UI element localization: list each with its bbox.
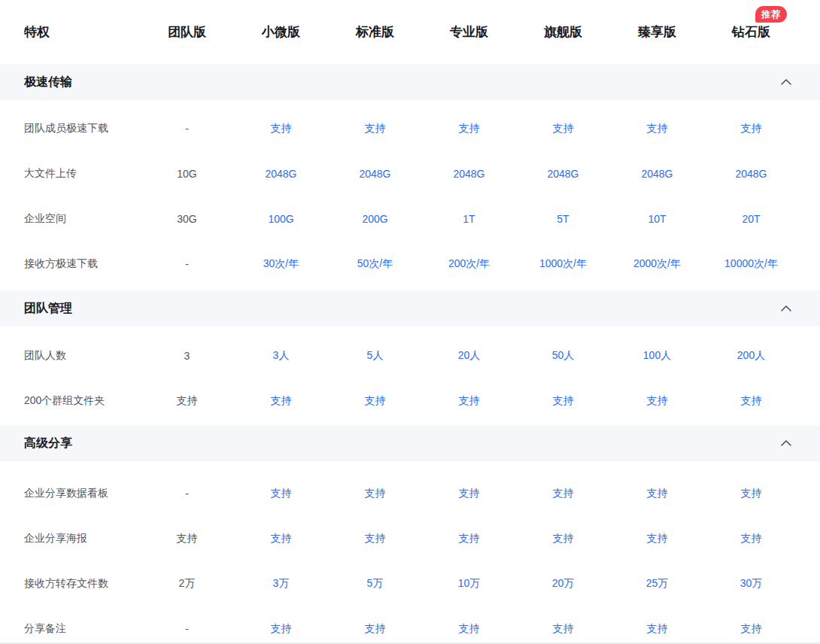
feature-row: 团队成员极速下载-支持支持支持支持支持支持 xyxy=(0,106,820,151)
feature-label: 大文件上传 xyxy=(0,167,140,181)
feature-value: 3 xyxy=(140,350,234,362)
plan-column-header: 旗舰版 xyxy=(516,23,610,41)
feature-label: 团队成员极速下载 xyxy=(0,122,140,135)
section-header: 团队管理 xyxy=(0,290,820,327)
feature-value: 50人 xyxy=(516,349,610,363)
feature-label: 接收方转存文件数 xyxy=(0,577,140,591)
feature-column-header: 特权 xyxy=(0,23,140,41)
plan-column-header: 标准版 xyxy=(328,23,422,41)
section-title: 极速传输 xyxy=(24,74,72,90)
feature-row: 接收方转存文件数2万3万5万10万20万25万30万 xyxy=(0,561,820,606)
feature-value: 10万 xyxy=(422,577,516,591)
feature-value: 支持 xyxy=(704,394,798,408)
plan-column-header: 团队版 xyxy=(140,23,234,41)
section-title: 团队管理 xyxy=(24,301,72,317)
plan-column-label: 臻享版 xyxy=(638,25,676,39)
feature-value: 50次/年 xyxy=(328,257,422,271)
section-rows: 团队人数33人5人20人50人100人200人200个群组文件夹支持支持支持支持… xyxy=(0,327,820,425)
section-header: 高级分享 xyxy=(0,425,820,461)
feature-section: 高级分享企业分享数据看板-支持支持支持支持支持支持企业分享海报支持支持支持支持支… xyxy=(0,425,820,644)
feature-value: 支持 xyxy=(704,532,798,545)
plan-column-header: 小微版 xyxy=(234,23,328,41)
feature-value: 30万 xyxy=(704,577,798,591)
plan-column-header: 专业版 xyxy=(422,23,516,41)
feature-value: 20T xyxy=(704,213,798,225)
plan-column-label: 钻石版 xyxy=(732,25,770,39)
feature-value: 10000次/年 xyxy=(704,257,798,271)
feature-section: 极速传输团队成员极速下载-支持支持支持支持支持支持大文件上传10G2048G20… xyxy=(0,64,820,290)
feature-value: 25万 xyxy=(610,577,704,591)
feature-value: 100G xyxy=(234,213,328,225)
feature-value: 支持 xyxy=(516,487,610,500)
feature-row: 接收方极速下载-30次/年50次/年200次/年1000次/年2000次/年10… xyxy=(0,242,820,287)
feature-row: 团队人数33人5人20人50人100人200人 xyxy=(0,333,820,378)
feature-value: 2000次/年 xyxy=(610,257,704,271)
feature-value: 支持 xyxy=(704,622,798,636)
feature-value: 5T xyxy=(516,213,610,225)
feature-value: 支持 xyxy=(328,487,422,500)
table-sections: 极速传输团队成员极速下载-支持支持支持支持支持支持大文件上传10G2048G20… xyxy=(0,64,820,644)
feature-row: 200个群组文件夹支持支持支持支持支持支持支持 xyxy=(0,378,820,424)
plan-column-label: 小微版 xyxy=(262,25,300,39)
section-rows: 企业分享数据看板-支持支持支持支持支持支持企业分享海报支持支持支持支持支持支持支… xyxy=(0,461,820,644)
feature-value: 支持 xyxy=(140,394,234,408)
feature-value: 支持 xyxy=(516,122,610,135)
chevron-up-icon[interactable] xyxy=(781,79,791,85)
feature-value: 支持 xyxy=(234,122,328,135)
feature-value: 支持 xyxy=(422,394,516,408)
feature-value: 支持 xyxy=(516,394,610,408)
feature-value: 200次/年 xyxy=(422,257,516,271)
feature-value: - xyxy=(140,258,234,270)
feature-value: 支持 xyxy=(610,487,704,500)
feature-value: 2048G xyxy=(422,168,516,180)
feature-value: 3人 xyxy=(234,349,328,363)
chevron-up-icon[interactable] xyxy=(781,440,791,446)
feature-value: 2048G xyxy=(328,168,422,180)
feature-value: 支持 xyxy=(422,487,516,500)
feature-value: 2048G xyxy=(610,168,704,180)
plan-comparison-table: 特权 团队版小微版标准版专业版旗舰版臻享版钻石版推荐 极速传输团队成员极速下载-… xyxy=(0,0,820,644)
feature-value: 支持 xyxy=(234,532,328,545)
plan-column-label: 团队版 xyxy=(168,25,206,39)
plan-column-label: 标准版 xyxy=(356,25,394,39)
feature-row: 企业分享数据看板-支持支持支持支持支持支持 xyxy=(0,471,820,516)
table-header-row: 特权 团队版小微版标准版专业版旗舰版臻享版钻石版推荐 xyxy=(0,0,820,64)
feature-value: 支持 xyxy=(704,122,798,135)
feature-value: 2048G xyxy=(704,168,798,180)
feature-value: 10T xyxy=(610,213,704,225)
feature-value: - xyxy=(140,123,234,135)
chevron-up-icon[interactable] xyxy=(781,305,791,311)
plan-column-header: 钻石版推荐 xyxy=(704,23,798,41)
feature-value: 支持 xyxy=(234,394,328,408)
feature-label: 200个群组文件夹 xyxy=(0,394,140,408)
feature-value: 30次/年 xyxy=(234,257,328,271)
feature-value: 支持 xyxy=(610,622,704,636)
feature-value: 20万 xyxy=(516,577,610,591)
section-rows: 团队成员极速下载-支持支持支持支持支持支持大文件上传10G2048G2048G2… xyxy=(0,100,820,290)
feature-label: 分享备注 xyxy=(0,622,140,636)
feature-value: 支持 xyxy=(328,394,422,408)
feature-value: 支持 xyxy=(610,532,704,545)
feature-value: - xyxy=(140,623,234,635)
feature-value: 2万 xyxy=(140,577,234,591)
feature-value: 支持 xyxy=(610,122,704,135)
feature-value: 1000次/年 xyxy=(516,257,610,271)
feature-label: 企业分享海报 xyxy=(0,532,140,545)
feature-value: 200人 xyxy=(704,349,798,363)
feature-value: 20人 xyxy=(422,349,516,363)
feature-value: 支持 xyxy=(422,122,516,135)
plan-column-label: 旗舰版 xyxy=(544,25,582,39)
plan-column-header: 臻享版 xyxy=(610,23,704,41)
feature-value: - xyxy=(140,488,234,500)
feature-value: 支持 xyxy=(516,622,610,636)
feature-label: 企业空间 xyxy=(0,212,140,226)
feature-value: 支持 xyxy=(422,532,516,545)
section-header: 极速传输 xyxy=(0,64,820,100)
feature-value: 2048G xyxy=(516,168,610,180)
feature-value: 支持 xyxy=(328,122,422,135)
feature-value: 支持 xyxy=(234,487,328,500)
feature-value: 1T xyxy=(422,213,516,225)
feature-row: 大文件上传10G2048G2048G2048G2048G2048G2048G xyxy=(0,151,820,196)
feature-row: 企业空间30G100G200G1T5T10T20T xyxy=(0,196,820,242)
feature-row: 分享备注-支持支持支持支持支持支持 xyxy=(0,606,820,644)
